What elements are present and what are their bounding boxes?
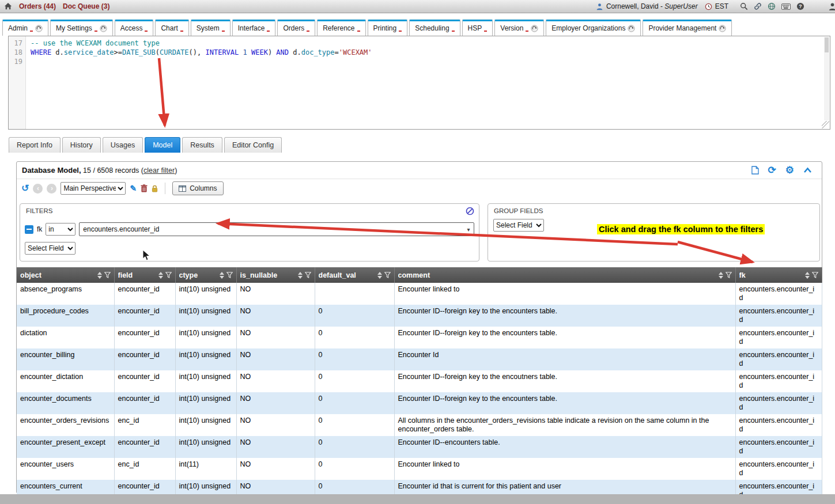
user-partial-icon[interactable]: [828, 2, 835, 11]
sort-icon[interactable]: [158, 272, 163, 279]
table-row-dictation[interactable]: dictationencounter_idint(10) unsignedNO0…: [17, 327, 822, 348]
filter-funnel-icon[interactable]: [384, 272, 391, 278]
table-row-bill_procedure_codes[interactable]: bill_procedure_codesencounter_idint(10) …: [17, 305, 822, 327]
table-row-absence_programs[interactable]: absence_programsencounter_idint(10) unsi…: [17, 283, 822, 305]
table-row-encounter_users[interactable]: encounter_usersenc_idint(11)NO0Encounter…: [17, 458, 822, 480]
cell-fk: encounters.encounter_id: [735, 458, 822, 480]
lock-icon[interactable]: [152, 185, 158, 192]
report-document-icon[interactable]: [751, 166, 759, 175]
editor-scrollbar[interactable]: [824, 37, 829, 120]
column-header-comment[interactable]: comment: [394, 267, 735, 283]
current-user[interactable]: Cornewell, David - SuperUser: [596, 2, 698, 10]
reset-undo-icon[interactable]: ↺: [21, 184, 29, 193]
filter-funnel-icon[interactable]: [165, 272, 172, 278]
nav-tab-access[interactable]: Access: [115, 20, 154, 36]
cell-is_nullable: NO: [236, 327, 315, 348]
nav-tab-orders[interactable]: Orders: [277, 20, 315, 36]
table-row-encounter_documents[interactable]: encounter_documentsencounter_idint(10) u…: [17, 392, 822, 414]
editor-resize-grip[interactable]: [822, 121, 829, 128]
timezone-indicator[interactable]: EST: [705, 2, 728, 10]
nav-tab-printing[interactable]: Printing: [368, 20, 408, 36]
hotkey-tick: [452, 31, 455, 32]
link-icon[interactable]: [754, 2, 762, 10]
popout-circle-icon[interactable]: [35, 25, 43, 32]
column-header-default_val[interactable]: default_val: [315, 267, 394, 283]
popout-circle-icon[interactable]: [100, 25, 107, 32]
table-row-encounter_present_except[interactable]: encounter_present_exceptencounter_idint(…: [17, 436, 822, 458]
column-label: fk: [739, 271, 803, 279]
group-add-field-select[interactable]: Select Field: [493, 219, 544, 232]
popout-circle-icon[interactable]: [719, 25, 726, 32]
doc-queue-link[interactable]: Doc Queue (3): [63, 2, 109, 10]
sort-icon[interactable]: [97, 272, 102, 279]
tab-history[interactable]: History: [62, 137, 101, 153]
sort-icon[interactable]: [719, 272, 723, 279]
column-header-is_nullable[interactable]: is_nullable: [236, 267, 315, 283]
column-label: object: [20, 271, 95, 279]
tab-usages[interactable]: Usages: [103, 137, 143, 153]
tab-editor-config[interactable]: Editor Config: [224, 137, 282, 153]
filter-operator-select[interactable]: in: [46, 223, 75, 236]
sort-icon[interactable]: [298, 272, 303, 279]
nav-tab-my-settings[interactable]: My Settings: [50, 20, 113, 36]
filter-funnel-icon[interactable]: [226, 272, 233, 278]
sort-icon[interactable]: [805, 272, 810, 279]
combo-dropdown-icon[interactable]: ▾: [463, 226, 474, 233]
sort-icon[interactable]: [220, 272, 224, 279]
column-header-object[interactable]: object: [17, 267, 114, 283]
nav-tab-admin[interactable]: Admin: [2, 20, 48, 36]
table-row-encounter_billing[interactable]: encounter_billingencounter_idint(10) uns…: [17, 348, 822, 370]
editor-code[interactable]: -- use the WCEXAM document typeWHERE d.s…: [31, 39, 821, 66]
remove-filter-button[interactable]: [25, 225, 33, 234]
gear-icon[interactable]: ⚙: [785, 165, 794, 175]
globe-icon[interactable]: [768, 2, 776, 10]
tab-report-info[interactable]: Report Info: [9, 137, 61, 153]
history-forward-icon[interactable]: ›: [47, 184, 56, 194]
popout-circle-icon[interactable]: [531, 25, 538, 32]
code-line-19[interactable]: [31, 57, 821, 66]
filter-funnel-icon[interactable]: [812, 272, 818, 278]
nav-tab-provider-management[interactable]: Provider Management: [643, 20, 732, 36]
nav-tab-chart[interactable]: Chart: [155, 20, 188, 36]
refresh-icon[interactable]: ⟳: [768, 165, 776, 175]
keyboard-icon[interactable]: [781, 3, 791, 10]
clear-all-filters-icon[interactable]: [466, 207, 474, 215]
filter-value-input[interactable]: [80, 225, 463, 233]
nav-tab-scheduling[interactable]: Scheduling: [409, 20, 460, 36]
tab-model[interactable]: Model: [145, 137, 180, 153]
nav-tab-reference[interactable]: Reference: [317, 20, 365, 36]
filters-add-field-select[interactable]: Select Field: [25, 242, 75, 255]
nav-tab-hsp[interactable]: HSP: [462, 20, 493, 36]
clear-filter-link[interactable]: clear filter: [143, 166, 175, 175]
filter-funnel-icon[interactable]: [104, 272, 111, 278]
history-back-icon[interactable]: ‹: [33, 184, 43, 194]
hotkey-tick: [357, 31, 360, 32]
code-line-18[interactable]: WHERE d.service_date>=DATE_SUB(CURDATE()…: [31, 48, 821, 57]
sql-editor[interactable]: 171819 -- use the WCEXAM document typeWH…: [8, 36, 830, 130]
collapse-chevron-icon[interactable]: [803, 167, 812, 173]
column-header-ctype[interactable]: ctype: [175, 267, 236, 283]
nav-tab-version[interactable]: Version: [494, 20, 544, 36]
nav-tab-system[interactable]: System: [191, 20, 231, 36]
edit-pencil-icon[interactable]: ✎: [130, 184, 137, 192]
home-icon[interactable]: [4, 2, 12, 10]
tab-results[interactable]: Results: [182, 137, 222, 153]
code-line-17[interactable]: -- use the WCEXAM document type: [31, 39, 821, 48]
popout-circle-icon[interactable]: [628, 25, 635, 32]
orders-queue-link[interactable]: Orders (44): [19, 2, 56, 10]
search-icon[interactable]: [740, 2, 748, 10]
columns-button[interactable]: Columns: [172, 181, 223, 195]
column-header-field[interactable]: field: [114, 267, 175, 283]
delete-trash-icon[interactable]: [141, 184, 148, 192]
sort-icon[interactable]: [377, 272, 382, 279]
help-icon[interactable]: ?: [796, 2, 804, 10]
filter-funnel-icon[interactable]: [305, 272, 311, 278]
filter-funnel-icon[interactable]: [726, 272, 732, 278]
scrollbar-thumb[interactable]: [825, 37, 829, 52]
table-row-encounter_dictation[interactable]: encounter_dictationencounter_idint(10) u…: [17, 370, 822, 392]
nav-tab-employer-organizations[interactable]: Employer Organizations: [546, 20, 641, 36]
table-row-encounter_orders_revisions[interactable]: encounter_orders_revisionsenc_idint(10) …: [17, 414, 822, 436]
perspective-select[interactable]: Main Perspective: [61, 182, 126, 195]
nav-tab-interface[interactable]: Interface: [232, 20, 276, 36]
column-header-fk[interactable]: fk: [735, 267, 822, 283]
